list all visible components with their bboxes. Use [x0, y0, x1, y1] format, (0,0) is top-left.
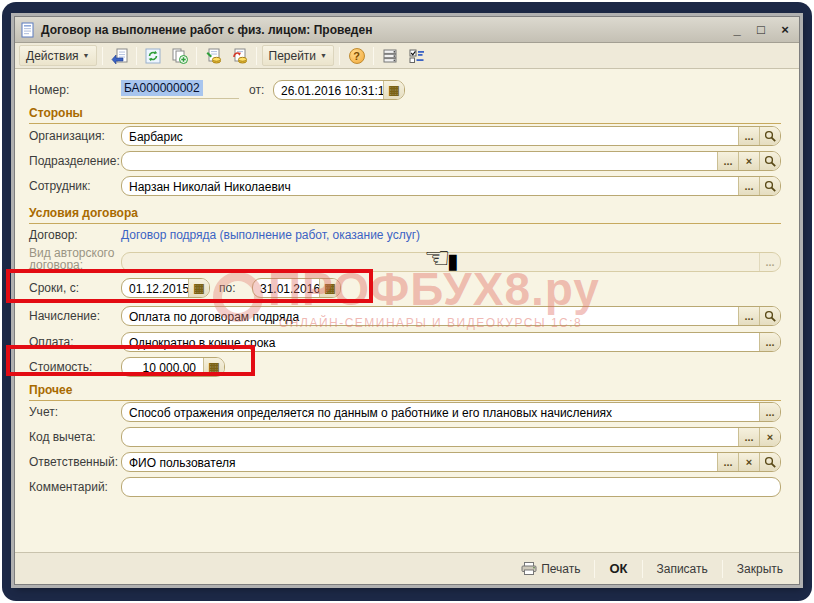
- settings-flags-button[interactable]: [405, 45, 428, 66]
- section-terms: Условия договора: [29, 206, 781, 224]
- copy-document-button[interactable]: [168, 45, 191, 66]
- deduction-code-select-button[interactable]: ...: [738, 428, 759, 446]
- footer-separator: [642, 560, 643, 578]
- department-row: Подразделение: ... ×: [15, 151, 799, 175]
- deduction-code-value: [122, 428, 738, 446]
- number-input[interactable]: БА000000002: [121, 81, 239, 99]
- employee-label: Сотрудник:: [29, 179, 91, 193]
- toolbar-separator: [196, 47, 197, 65]
- payment-select-button[interactable]: ...: [759, 333, 780, 351]
- print-button[interactable]: Печать: [513, 559, 588, 579]
- toolbar-separator: [373, 47, 374, 65]
- responsible-row: Ответственный: ФИО пользователя ... ×: [15, 452, 799, 476]
- help-button[interactable]: ?: [345, 45, 368, 66]
- toolbar-separator: [339, 47, 340, 65]
- annotation-box-period: [6, 269, 373, 303]
- annotation-box-cost: [6, 345, 255, 376]
- contract-value[interactable]: Договор подряда (выполнение работ, оказа…: [121, 228, 420, 242]
- screenshot-page: Договор на выполнение работ с физ. лицом…: [0, 0, 814, 603]
- goto-menu-button[interactable]: Перейти ▼: [262, 45, 335, 66]
- deduction-code-clear-icon[interactable]: ×: [759, 428, 780, 446]
- actions-menu-label: Действия: [26, 49, 79, 63]
- document-icon: [21, 22, 35, 38]
- responsible-select-button[interactable]: ...: [717, 453, 738, 471]
- department-clear-icon[interactable]: ×: [738, 152, 759, 170]
- accrual-label: Начисление:: [29, 309, 100, 323]
- save-button[interactable]: Записать: [649, 559, 716, 579]
- chevron-down-icon: ▼: [83, 52, 90, 59]
- responsible-clear-icon[interactable]: ×: [738, 453, 759, 471]
- deduction-code-label: Код вычета:: [29, 430, 96, 444]
- maximize-icon[interactable]: □: [753, 22, 769, 38]
- number-row: Номер: БА000000002 от: 26.01.2016 10:31:…: [15, 80, 799, 104]
- ok-button[interactable]: ОК: [601, 558, 635, 579]
- contract-label: Договор:: [29, 228, 78, 242]
- date-from-label: от:: [249, 83, 264, 97]
- accounting-row: Учет: Способ отражения определяется по д…: [15, 402, 799, 426]
- refresh-button[interactable]: [142, 45, 165, 66]
- unpost-document-button[interactable]: [228, 45, 251, 66]
- toolbar: Действия ▼ Перейти: [15, 43, 799, 69]
- printer-icon: [521, 562, 537, 575]
- goto-menu-label: Перейти: [269, 49, 317, 63]
- contract-row: Договор: Договор подряда (выполнение раб…: [15, 225, 799, 249]
- employee-select-button[interactable]: ...: [738, 177, 759, 195]
- accounting-field[interactable]: Способ отражения определяется по данным …: [121, 402, 781, 422]
- minimize-icon[interactable]: _: [729, 22, 745, 38]
- toolbar-separator: [136, 47, 137, 65]
- deduction-code-row: Код вычета: ... ×: [15, 427, 799, 451]
- responsible-magnifier-icon[interactable]: [759, 453, 780, 471]
- accounting-value: Способ отражения определяется по данным …: [122, 403, 759, 421]
- accrual-magnifier-icon[interactable]: [759, 307, 780, 325]
- close-icon[interactable]: ×: [777, 22, 793, 38]
- comment-value: [122, 478, 780, 496]
- employee-field[interactable]: Нарзан Николай Николаевич ...: [121, 176, 781, 196]
- organization-label: Организация:: [29, 129, 105, 143]
- department-label: Подразделение:: [29, 154, 120, 168]
- responsible-value: ФИО пользователя: [122, 453, 717, 471]
- accounting-select-button[interactable]: ...: [759, 403, 780, 421]
- form-content: Номер: БА000000002 от: 26.01.2016 10:31:…: [15, 69, 799, 552]
- titlebar[interactable]: Договор на выполнение работ с физ. лицом…: [15, 17, 799, 43]
- organization-row: Организация: Барбарис ...: [15, 126, 799, 150]
- number-value: БА000000002: [121, 80, 203, 96]
- department-select-button[interactable]: ...: [717, 152, 738, 170]
- write-document-button[interactable]: [108, 45, 131, 66]
- close-button[interactable]: Закрыть: [729, 559, 791, 579]
- organization-field[interactable]: Барбарис ...: [121, 126, 781, 146]
- chevron-down-icon: ▼: [320, 52, 327, 59]
- footer-separator: [594, 560, 595, 578]
- actions-menu-button[interactable]: Действия ▼: [19, 45, 97, 66]
- structure-list-button[interactable]: [379, 45, 402, 66]
- footer-bar: Печать ОК Записать Закрыть: [15, 552, 799, 584]
- accounting-label: Учет:: [29, 405, 58, 419]
- employee-value: Нарзан Николай Николаевич: [122, 177, 738, 195]
- deduction-code-field[interactable]: ... ×: [121, 427, 781, 447]
- department-field[interactable]: ... ×: [121, 151, 781, 171]
- comment-field[interactable]: [121, 477, 781, 497]
- responsible-field[interactable]: ФИО пользователя ... ×: [121, 452, 781, 472]
- number-label: Номер:: [29, 83, 69, 97]
- organization-select-button[interactable]: ...: [738, 127, 759, 145]
- accrual-select-button[interactable]: ...: [738, 307, 759, 325]
- department-value: [122, 152, 717, 170]
- document-date-field[interactable]: 26.01.2016 10:31:10 ▦: [273, 80, 405, 100]
- accrual-field[interactable]: Оплата по договорам подряда ...: [121, 306, 781, 326]
- employee-magnifier-icon[interactable]: [759, 177, 780, 195]
- section-other: Прочее: [29, 383, 781, 401]
- section-parties: Стороны: [29, 106, 781, 124]
- document-date-value: 26.01.2016 10:31:10: [274, 81, 383, 99]
- department-magnifier-icon[interactable]: [759, 152, 780, 170]
- print-button-label: Печать: [541, 562, 580, 576]
- organization-value: Барбарис: [122, 127, 738, 145]
- organization-magnifier-icon[interactable]: [759, 127, 780, 145]
- post-document-button[interactable]: [202, 45, 225, 66]
- comment-row: Комментарий:: [15, 477, 799, 501]
- accrual-row: Начисление: Оплата по договорам подряда …: [15, 306, 799, 330]
- author-contract-label: Вид авторского договора:: [29, 247, 121, 271]
- toolbar-separator: [256, 47, 257, 65]
- author-contract-select-button[interactable]: ...: [759, 253, 780, 271]
- footer-separator: [722, 560, 723, 578]
- window-title: Договор на выполнение работ с физ. лицом…: [41, 23, 372, 37]
- calendar-icon[interactable]: ▦: [383, 81, 404, 99]
